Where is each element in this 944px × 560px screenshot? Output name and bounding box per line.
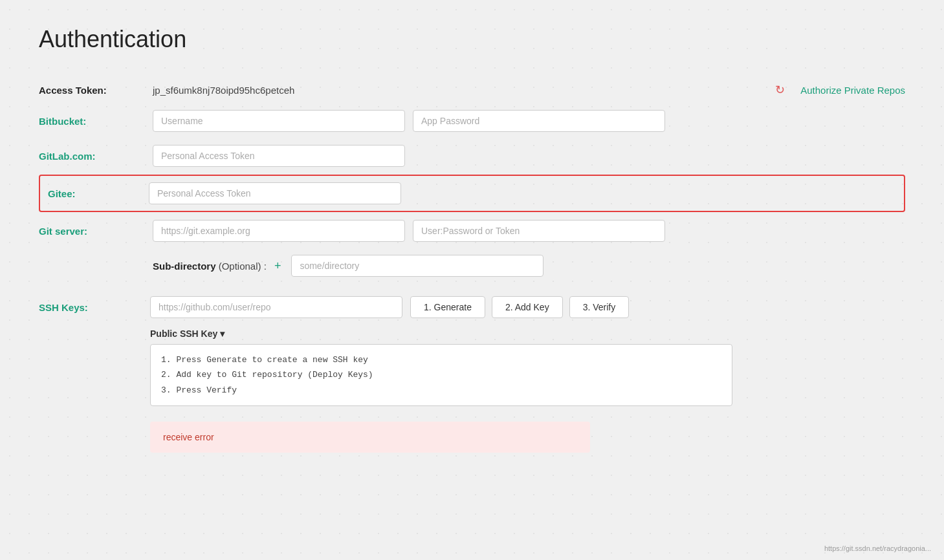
git-server-inputs <box>153 220 905 242</box>
bitbucket-username-input[interactable] <box>153 110 405 132</box>
chevron-down-icon: ▾ <box>220 328 225 339</box>
access-token-value: jp_sf6umk8nj78oipd95hc6petceh <box>153 85 765 96</box>
public-ssh-key-section: Public SSH Key ▾ 1. Press Generate to cr… <box>150 328 905 406</box>
subdirectory-input[interactable] <box>291 255 543 277</box>
ssh-buttons: 1. Generate 2. Add Key 3. Verify <box>410 296 629 318</box>
subdirectory-label: Sub-directory (Optional) : <box>153 261 267 272</box>
git-server-auth-input[interactable] <box>413 220 665 242</box>
access-token-label: Access Token: <box>39 85 142 96</box>
gitee-row: Gitee: <box>39 175 905 212</box>
ssh-section: SSH Keys: 1. Generate 2. Add Key 3. Veri… <box>39 296 905 406</box>
git-server-label: Git server: <box>39 226 142 237</box>
ssh-keys-label: SSH Keys: <box>39 302 142 313</box>
public-ssh-key-label: Public SSH Key ▾ <box>150 328 905 339</box>
bitbucket-row: Bitbucket: <box>39 103 905 138</box>
ssh-instruction-3: 3. Press Verify <box>161 383 721 398</box>
git-server-row: Git server: <box>39 213 905 248</box>
gitlab-label: GitLab.com: <box>39 151 142 162</box>
access-token-row: Access Token: jp_sf6umk8nj78oipd95hc6pet… <box>39 76 905 103</box>
ssh-row: SSH Keys: 1. Generate 2. Add Key 3. Veri… <box>39 296 905 318</box>
error-section: receive error <box>150 422 905 453</box>
bitbucket-label: Bitbucket: <box>39 116 142 127</box>
bitbucket-app-password-input[interactable] <box>413 110 665 132</box>
page-title: Authentication <box>39 26 905 53</box>
subdirectory-inputs: Sub-directory (Optional) : + <box>153 255 905 277</box>
gitlab-inputs <box>153 145 905 167</box>
plus-icon[interactable]: + <box>274 259 281 273</box>
ssh-repo-input[interactable] <box>150 296 402 318</box>
verify-button[interactable]: 3. Verify <box>569 296 630 318</box>
bitbucket-inputs <box>153 110 905 132</box>
gitee-label: Gitee: <box>48 188 138 199</box>
auth-form: Access Token: jp_sf6umk8nj78oipd95hc6pet… <box>39 76 905 283</box>
generate-button[interactable]: 1. Generate <box>410 296 485 318</box>
ssh-instruction-2: 2. Add key to Git repository (Deploy Key… <box>161 367 721 382</box>
subdirectory-row: Sub-directory (Optional) : + <box>39 248 905 283</box>
authorize-link[interactable]: Authorize Private Repos <box>800 85 905 96</box>
gitee-token-input[interactable] <box>149 182 401 204</box>
footer-url: https://git.ssdn.net/racydragonia... <box>824 544 931 552</box>
error-box: receive error <box>150 422 590 453</box>
gitlab-row: GitLab.com: <box>39 138 905 173</box>
refresh-icon[interactable]: ↻ <box>775 83 785 97</box>
gitlab-token-input[interactable] <box>153 145 405 167</box>
add-key-button[interactable]: 2. Add Key <box>492 296 563 318</box>
git-server-url-input[interactable] <box>153 220 405 242</box>
ssh-instructions: 1. Press Generate to create a new SSH ke… <box>150 344 732 406</box>
ssh-instruction-1: 1. Press Generate to create a new SSH ke… <box>161 352 721 367</box>
